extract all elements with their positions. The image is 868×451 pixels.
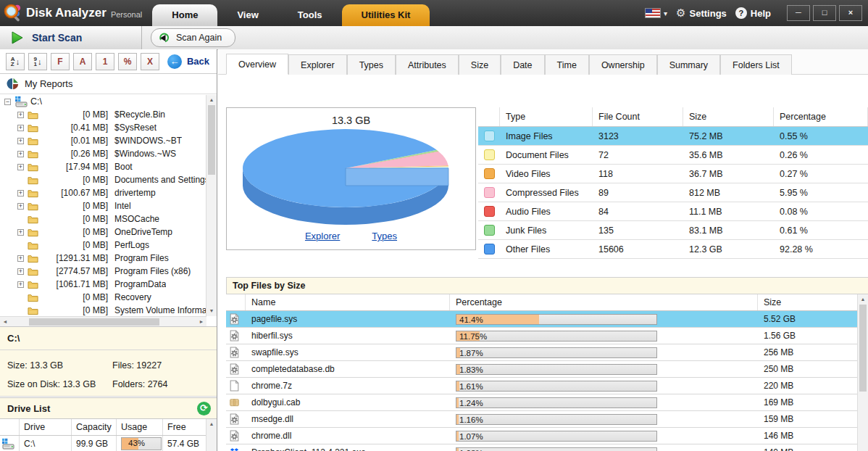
tab-size[interactable]: Size xyxy=(459,54,501,75)
type-row-other-files[interactable]: Other Files1560612.3 GB92.28 % xyxy=(478,240,868,259)
expand-icon[interactable]: + xyxy=(17,255,24,262)
file-row-msedge-dll[interactable]: msedge.dll1.16%159 MB xyxy=(226,411,858,428)
ribbon-tab-utilities-kit[interactable]: Utilities Kit xyxy=(342,4,430,26)
file-row-chrome-dll[interactable]: chrome.dll1.07%146 MB xyxy=(226,428,858,444)
scroll-up-icon[interactable]: ▲ xyxy=(206,419,217,429)
drive-row[interactable]: C:\99.9 GB43%57.4 GB xyxy=(0,436,217,451)
expand-icon[interactable]: + xyxy=(17,164,24,170)
drive-list-scrollbar[interactable]: ▲ xyxy=(206,419,217,451)
tree-item[interactable]: +[1291.31 MB]Program Files xyxy=(0,252,206,265)
tree-item[interactable]: +[0 MB]OneDriveTemp xyxy=(0,226,206,239)
expand-icon[interactable]: + xyxy=(17,138,24,144)
tree-item[interactable]: [0 MB]PerfLogs xyxy=(0,239,206,252)
maximize-button[interactable]: □ xyxy=(813,5,836,21)
ribbon-tab-home[interactable]: Home xyxy=(152,4,217,26)
tab-folders-list[interactable]: Folders List xyxy=(720,54,792,75)
scroll-up-icon[interactable]: ▲ xyxy=(206,95,217,105)
file-row-completedatabase-db[interactable]: completedatabase.db1.83%250 MB xyxy=(226,361,858,378)
expand-icon[interactable]: + xyxy=(17,151,24,157)
help-label: Help xyxy=(751,8,771,19)
drive-icon xyxy=(1,438,14,450)
expand-icon[interactable]: + xyxy=(17,190,24,196)
type-row-compressed-files[interactable]: Compressed Files89812 MB5.95 % xyxy=(478,183,868,202)
type-row-video-files[interactable]: Video Files11836.7 MB0.27 % xyxy=(478,165,868,183)
tab-time[interactable]: Time xyxy=(545,54,589,75)
file-row-swapfile-sys[interactable]: swapfile.sys1.87%256 MB xyxy=(226,344,858,361)
help-button[interactable]: ? Help xyxy=(735,7,771,19)
tree-item[interactable]: +[0 MB]Intel xyxy=(0,199,206,212)
type-row-junk-files[interactable]: Junk Files13583.1 MB0.61 % xyxy=(478,221,868,240)
my-reports-header[interactable]: My Reports xyxy=(0,74,217,94)
language-selector[interactable]: ▾ xyxy=(646,9,667,17)
scroll-left-icon[interactable]: ◄ xyxy=(0,317,10,327)
tab-summary[interactable]: Summary xyxy=(657,54,720,75)
tree-item-name: PerfLogs xyxy=(114,240,149,250)
refresh-icon[interactable]: ⟳ xyxy=(197,402,211,415)
tab-attributes[interactable]: Attributes xyxy=(396,54,459,75)
scroll-up-icon[interactable]: ▲ xyxy=(858,294,868,305)
file-row-chrome-7z[interactable]: chrome.7z1.61%220 MB xyxy=(226,378,858,394)
scroll-right-icon[interactable]: ► xyxy=(196,317,206,327)
tree-item[interactable]: +[0.01 MB]$WINDOWS.~BT xyxy=(0,134,206,147)
tree-vertical-scrollbar[interactable]: ▲ ▼ xyxy=(206,95,217,316)
settings-button[interactable]: ⚙ Settings xyxy=(676,7,727,20)
filter-button-f[interactable]: F xyxy=(51,53,70,70)
tree-item[interactable]: +[0.26 MB]$Windows.~WS xyxy=(0,147,206,160)
minimize-button[interactable]: ─ xyxy=(787,5,810,21)
ribbon-tab-view[interactable]: View xyxy=(217,4,277,26)
sort-numeric-button[interactable]: 91 ↓ xyxy=(28,53,47,70)
tab-ownership[interactable]: Ownership xyxy=(589,54,657,75)
file-icon-cell xyxy=(226,447,246,451)
back-button[interactable]: ← Back xyxy=(167,54,209,69)
tree-item[interactable]: +[2774.57 MB]Program Files (x86) xyxy=(0,265,206,278)
tab-overview[interactable]: Overview xyxy=(226,54,288,75)
tree-horizontal-scrollbar[interactable]: ◄ ► xyxy=(0,316,206,327)
folder-icon xyxy=(28,162,38,172)
filter-button-[interactable]: % xyxy=(118,53,137,70)
percentage-bar: 41.4% xyxy=(456,314,657,325)
file-icon-cell xyxy=(226,430,246,442)
file-row-dropboxclient-112-4-321-exe[interactable]: DropboxClient_112.4.321.exe1.03%140 MB xyxy=(226,444,858,451)
type-row-image-files[interactable]: Image Files312375.2 MB0.55 % xyxy=(478,127,868,146)
filter-button-a[interactable]: A xyxy=(73,53,92,70)
tab-types[interactable]: Types xyxy=(347,54,396,75)
expand-icon[interactable]: + xyxy=(17,203,24,210)
tree-item[interactable]: +[17.94 MB]Boot xyxy=(0,160,206,173)
scan-again-button[interactable]: Scan Again xyxy=(151,28,235,47)
sort-alpha-button[interactable]: AZ ↓ xyxy=(6,53,25,70)
expand-icon[interactable]: + xyxy=(17,112,24,118)
expand-icon[interactable]: + xyxy=(17,281,24,288)
tab-explorer[interactable]: Explorer xyxy=(288,54,347,75)
tree-item[interactable]: +[0.41 MB]$SysReset xyxy=(0,121,206,134)
filter-button-1[interactable]: 1 xyxy=(96,53,114,70)
explorer-link[interactable]: Explorer xyxy=(305,231,340,241)
close-button[interactable]: × xyxy=(839,5,862,21)
top-files-scrollbar[interactable]: ▲ xyxy=(857,294,868,451)
expand-icon[interactable]: + xyxy=(17,125,24,131)
file-row-pagefile-sys[interactable]: pagefile.sys41.4%5.52 GB xyxy=(226,311,858,328)
collapse-expander-icon[interactable]: − xyxy=(4,99,11,105)
tree-item[interactable]: [0 MB]Recovery xyxy=(0,291,206,304)
type-name-cell: Other Files xyxy=(500,244,593,255)
start-scan-button[interactable]: Start Scan xyxy=(0,26,142,49)
scroll-down-icon[interactable]: ▼ xyxy=(206,306,217,316)
types-link[interactable]: Types xyxy=(372,231,397,241)
tree-item-size: [2774.57 MB] xyxy=(41,266,108,276)
tree-root-row[interactable]: −C:\ xyxy=(0,95,206,108)
type-row-document-files[interactable]: Document Files7235.6 MB0.26 % xyxy=(478,146,868,165)
expand-icon[interactable]: + xyxy=(17,229,24,236)
tree-item[interactable]: +[0 MB]$Recycle.Bin xyxy=(0,108,206,121)
tree-item[interactable]: [0 MB]MSOCache xyxy=(0,212,206,226)
file-row-hiberfil-sys[interactable]: hiberfil.sys11.75%1.56 GB xyxy=(226,328,858,344)
file-row-dolbygui-cab[interactable]: dolbygui.cab1.24%169 MB xyxy=(226,394,858,411)
tree-item[interactable]: +[1061.71 MB]ProgramData xyxy=(0,278,206,291)
ribbon-tab-tools[interactable]: Tools xyxy=(278,4,342,26)
type-row-audio-files[interactable]: Audio Files8411.1 MB0.08 % xyxy=(478,202,868,221)
expand-icon[interactable]: + xyxy=(17,268,24,275)
tree-item[interactable]: [0 MB]System Volume Information xyxy=(0,304,206,316)
tree-item[interactable]: +[100.67 MB]drivertemp xyxy=(0,186,206,199)
tab-date[interactable]: Date xyxy=(501,54,544,75)
filter-button-x[interactable]: X xyxy=(141,53,159,70)
tree-item[interactable]: [0 MB]Documents and Settings xyxy=(0,173,206,186)
tree-item-name: ProgramData xyxy=(114,279,166,289)
